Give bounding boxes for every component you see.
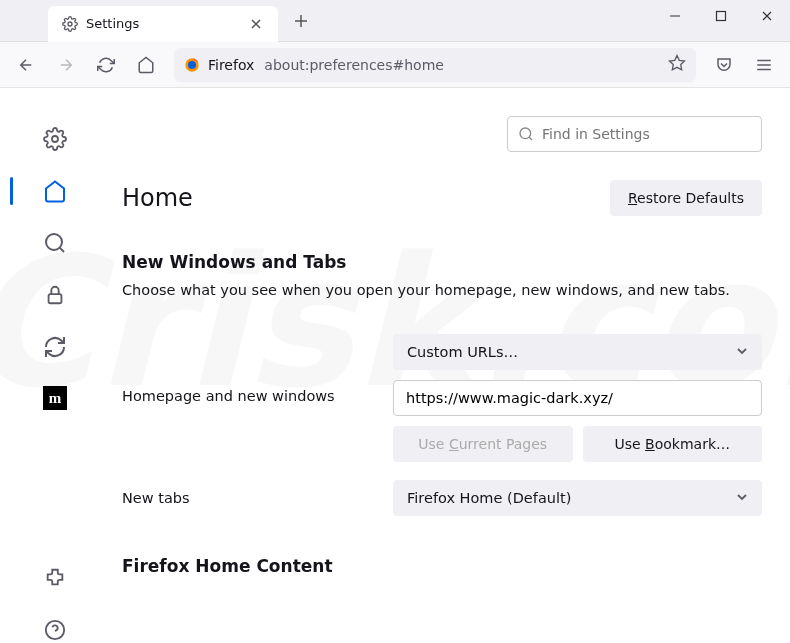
sidebar-help-icon[interactable] — [42, 617, 68, 643]
homepage-select-label: Custom URLs… — [407, 344, 518, 360]
window-controls — [652, 0, 790, 42]
sidebar: m — [0, 88, 110, 643]
svg-point-14 — [520, 128, 531, 139]
sidebar-privacy-icon[interactable] — [42, 282, 68, 308]
svg-line-10 — [60, 248, 64, 252]
svg-rect-11 — [49, 294, 62, 303]
homepage-label: Homepage and new windows — [122, 334, 377, 404]
search-settings-field[interactable] — [507, 116, 762, 152]
maximize-button[interactable] — [698, 0, 744, 32]
content-area: m Home Restore Defaults New Windows and … — [0, 88, 790, 643]
bookmark-star-icon[interactable] — [668, 54, 686, 76]
svg-point-8 — [52, 136, 58, 142]
close-window-button[interactable] — [744, 0, 790, 32]
svg-point-3 — [188, 61, 196, 69]
chevron-down-icon — [736, 344, 748, 360]
reload-button[interactable] — [88, 47, 124, 83]
url-bar[interactable]: Firefox about:preferences#home — [174, 48, 696, 82]
svg-point-9 — [46, 234, 62, 250]
newtabs-select[interactable]: Firefox Home (Default) — [393, 480, 762, 516]
page-title: Home — [122, 184, 193, 212]
sidebar-general-icon[interactable] — [42, 126, 68, 152]
svg-line-15 — [529, 137, 532, 140]
gear-icon — [62, 16, 78, 32]
firefox-logo-icon — [184, 57, 200, 73]
svg-rect-1 — [717, 12, 726, 21]
search-settings-input[interactable] — [542, 126, 751, 142]
new-tab-button[interactable] — [286, 6, 316, 36]
restore-defaults-button[interactable]: Restore Defaults — [610, 180, 762, 216]
svg-marker-4 — [670, 55, 685, 69]
homepage-url-input[interactable] — [393, 380, 762, 416]
titlebar: Settings — [0, 0, 790, 42]
svg-point-0 — [68, 22, 72, 26]
sidebar-extensions-icon[interactable] — [42, 565, 68, 591]
newtabs-label: New tabs — [122, 490, 377, 506]
sidebar-search-icon[interactable] — [42, 230, 68, 256]
newtabs-select-label: Firefox Home (Default) — [407, 490, 571, 506]
use-bookmark-button[interactable]: Use Bookmark… — [583, 426, 763, 462]
tab-title: Settings — [86, 16, 240, 31]
section-new-windows-desc: Choose what you see when you open your h… — [122, 282, 762, 298]
home-button[interactable] — [128, 47, 164, 83]
sidebar-home-icon[interactable] — [42, 178, 68, 204]
chevron-down-icon — [736, 490, 748, 506]
forward-button — [48, 47, 84, 83]
homepage-select[interactable]: Custom URLs… — [393, 334, 762, 370]
section-new-windows-title: New Windows and Tabs — [122, 252, 762, 272]
section-firefox-home-title: Firefox Home Content — [122, 556, 762, 576]
identity-box[interactable]: Firefox — [184, 57, 254, 73]
search-icon — [518, 126, 534, 142]
close-icon[interactable] — [248, 16, 264, 32]
back-button[interactable] — [8, 47, 44, 83]
menu-button[interactable] — [746, 47, 782, 83]
urlbar-context: Firefox — [208, 57, 254, 73]
toolbar: Firefox about:preferences#home — [0, 42, 790, 88]
use-current-pages-button[interactable]: Use Current Pages — [393, 426, 573, 462]
browser-tab[interactable]: Settings — [48, 6, 278, 42]
urlbar-url: about:preferences#home — [264, 57, 658, 73]
minimize-button[interactable] — [652, 0, 698, 32]
sidebar-sync-icon[interactable] — [42, 334, 68, 360]
sidebar-more-icon[interactable]: m — [43, 386, 67, 410]
pocket-button[interactable] — [706, 47, 742, 83]
main-panel: Home Restore Defaults New Windows and Ta… — [110, 88, 790, 643]
